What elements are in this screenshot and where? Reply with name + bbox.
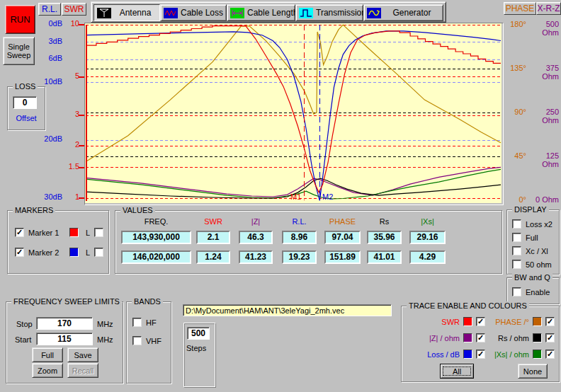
trace-label: Loss / dB: [427, 350, 460, 359]
option-row-vhf: VHF: [132, 336, 162, 345]
swr-enable-checkbox[interactable]: ✓: [476, 317, 485, 326]
ohm-tick-label: 250 Ohm: [529, 108, 559, 125]
right-axis-tick: 45°125 Ohm: [504, 151, 559, 168]
svg-text:M2: M2: [322, 192, 333, 201]
option-label: Full: [526, 234, 538, 242]
loss-x2-checkbox[interactable]: [512, 219, 521, 229]
bands-panel: BANDS HFVHF: [126, 301, 171, 384]
ohm-tick-label: 0 Ohm: [529, 195, 559, 204]
loss-offset-input[interactable]: [13, 96, 37, 109]
trace-none-button[interactable]: None: [518, 364, 548, 379]
ohm-tick-label: 125 Ohm: [529, 151, 559, 168]
save-button[interactable]: Save: [67, 347, 98, 362]
value-z-m1: 46.3: [239, 231, 273, 244]
enable-checkbox[interactable]: [512, 287, 521, 296]
toolbar-button-transmission[interactable]: Transmission: [295, 4, 363, 21]
marker-color-swatch[interactable]: [69, 248, 79, 257]
zoom-button[interactable]: Zoom: [32, 363, 63, 378]
trace-column-right: PHASE /°✓Rs / ohm✓|Xs| / ohm✓: [488, 313, 555, 362]
swr-axis-tick-mark: [79, 76, 84, 78]
xrz-axis-label: X-R-Z: [538, 4, 560, 13]
swr-axis-tick-label: 2: [64, 140, 79, 149]
option-row-xc-xl: Xc / Xl: [512, 246, 548, 255]
swr-axis-toggle[interactable]: SWR: [62, 3, 86, 16]
trace-color-swatch[interactable]: [463, 350, 472, 359]
toolbar-button-generator[interactable]: Generator: [363, 4, 443, 21]
marker-label: Marker 1: [28, 229, 65, 237]
full-button[interactable]: Full: [32, 347, 63, 362]
marker-1-l-checkbox[interactable]: [94, 228, 103, 237]
loss-db-enable-checkbox[interactable]: ✓: [476, 350, 485, 359]
stop-frequency-input[interactable]: [36, 317, 93, 330]
start-label: Start: [15, 335, 31, 344]
value-column-header-phase: PHASE: [324, 217, 361, 226]
option-row-hf: HF: [132, 318, 157, 327]
phase-axis-toggle[interactable]: PHASE: [504, 2, 536, 15]
value-z-m2: 41.23: [239, 250, 273, 264]
marker-row-1: ✓Marker 1L: [15, 228, 103, 237]
marker-color-swatch[interactable]: [69, 228, 79, 237]
value-phase-m2: 151.89: [324, 250, 361, 264]
value-freq-m2: 146,020,000: [121, 250, 191, 264]
rl-axis-toggle[interactable]: R.L.: [38, 3, 61, 16]
rs-ohm-enable-checkbox[interactable]: ✓: [545, 333, 555, 342]
z-ohm-enable-checkbox[interactable]: ✓: [476, 333, 485, 342]
steps-label: Steps: [186, 344, 206, 352]
trace-row-xs-ohm: |Xs| / ohm✓: [488, 346, 555, 362]
chart-canvas[interactable]: M1M2: [85, 23, 502, 203]
marker-1-checkbox[interactable]: ✓: [15, 228, 24, 237]
trace-all-button[interactable]: All: [440, 364, 474, 379]
bands-panel-title: BANDS: [132, 297, 163, 306]
50-ohm-checkbox[interactable]: [512, 260, 521, 269]
loss-offset-panel: LOSS Offset: [7, 86, 45, 130]
toolbar-button-cable-loss[interactable]: Cable Loss: [160, 4, 227, 21]
trace-color-swatch[interactable]: [533, 317, 542, 326]
loss-panel-title: LOSS: [13, 82, 38, 91]
db-axis-tick-label: 3dB: [37, 37, 62, 45]
value-column-header-swr: SWR: [196, 217, 230, 226]
marker-2-l-checkbox[interactable]: [94, 248, 103, 257]
trace-panel-title: TRACE ENABLE AND COLOURS: [407, 301, 529, 310]
phase-enable-checkbox[interactable]: ✓: [545, 317, 555, 326]
db-axis-tick-label: 6dB: [37, 54, 62, 62]
phase-tick-label: 0°: [504, 195, 526, 204]
trace-color-swatch[interactable]: [463, 333, 472, 342]
run-button[interactable]: RUN: [5, 5, 35, 34]
toolbar-button-label: Cable Length: [247, 8, 298, 18]
mode-toolbar: AntennaCable LossCable LengthTransmissio…: [91, 1, 446, 23]
value-column-header-z: |Z|: [239, 217, 273, 226]
full-checkbox[interactable]: [512, 233, 521, 242]
trace-label: |Xs| / ohm: [494, 350, 529, 359]
trace-label: PHASE /°: [495, 318, 529, 326]
file-path-field[interactable]: [183, 304, 392, 316]
swr-axis-tick-mark: [79, 115, 84, 116]
trace-color-swatch[interactable]: [533, 333, 542, 342]
stop-label: Stop: [16, 320, 33, 328]
xrz-axis-toggle[interactable]: X-R-Z: [536, 2, 561, 15]
value-freq-m1: 143,930,000: [121, 231, 191, 244]
recall-button[interactable]: Recall: [67, 363, 98, 378]
hf-checkbox[interactable]: [132, 318, 142, 327]
steps-input[interactable]: [187, 327, 210, 340]
xc-xl-checkbox[interactable]: [512, 246, 521, 255]
single-sweep-button[interactable]: Single Sweep: [3, 37, 35, 65]
vhf-checkbox[interactable]: [132, 336, 142, 345]
values-panel: VALUES FREQ.SWR|Z|R.L.PHASERs|Xs|143,930…: [115, 210, 502, 274]
xs-ohm-enable-checkbox[interactable]: ✓: [545, 350, 555, 359]
toolbar-button-label: Antenna: [114, 8, 157, 18]
marker-label: Marker 2: [28, 248, 65, 257]
trace-enable-panel: TRACE ENABLE AND COLOURS SWR✓|Z| / ohm✓L…: [401, 306, 560, 382]
db-axis-tick-label: 30dB: [37, 192, 62, 201]
toolbar-button-antenna[interactable]: Antenna: [94, 4, 160, 21]
toolbar-button-cable-length[interactable]: Cable Length: [227, 4, 295, 21]
right-axis-tick: 0°0 Ohm: [504, 195, 559, 204]
db-axis-tick-label: 0dB: [37, 19, 62, 28]
toolbar-button-label: Generator: [384, 8, 440, 18]
marker-2-checkbox[interactable]: ✓: [15, 248, 24, 257]
start-frequency-input[interactable]: [36, 333, 93, 345]
trace-color-swatch[interactable]: [533, 350, 542, 359]
chart-plot-area[interactable]: M1M2: [84, 23, 504, 205]
value-rs-m1: 35.96: [367, 231, 402, 244]
bwq-panel-title: BW and Q: [512, 273, 552, 282]
trace-color-swatch[interactable]: [463, 317, 472, 326]
